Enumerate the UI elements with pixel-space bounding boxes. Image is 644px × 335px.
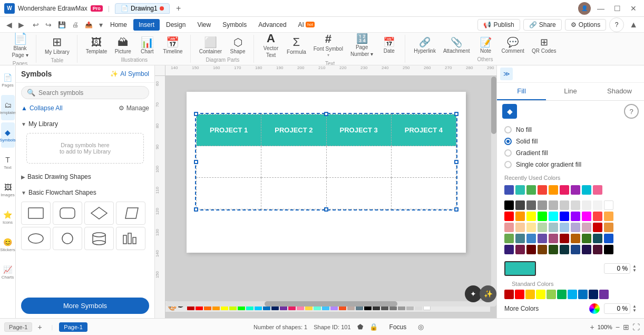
help-btn[interactable]: ? [609,17,624,32]
recent-color-2[interactable] [515,185,525,195]
fullscreen-btn[interactable]: ⛶ [632,323,640,331]
swatch-mid4[interactable] [538,234,547,243]
std-swatch-9[interactable] [589,290,598,299]
swatch-dark-h[interactable] [582,245,591,254]
focus-icon[interactable]: ◎ [418,323,424,331]
sidebar-icons-btn[interactable]: ⭐ Icons [1,205,15,230]
canvas-content[interactable]: PROJECT 1 PROJECT 2 PROJECT 3 PROJECT 4 [165,76,496,318]
selected-color-preview[interactable] [504,261,536,276]
swatch-mid7[interactable] [571,234,580,243]
swatch-dark-c[interactable] [526,245,536,254]
swatch-white[interactable] [604,200,613,210]
std-swatch-1[interactable] [504,290,514,299]
recent-color-1[interactable] [504,185,514,195]
shape-cylinder[interactable] [84,227,114,250]
swatch-cyan[interactable] [549,212,558,221]
toolbar-container[interactable]: ⬜ Container [196,35,225,56]
handle-tl[interactable] [194,112,198,116]
recent-color-6[interactable] [560,185,569,195]
handle-br[interactable] [454,207,458,212]
publish-btn[interactable]: 📢 Publish [477,19,520,31]
menu-home[interactable]: Home [105,19,132,31]
nav-back-btn[interactable]: ◀ [4,20,14,30]
swatch-pastel3[interactable] [526,223,536,232]
my-library-header[interactable]: ▼ My Library [21,118,149,130]
swatch-gray4[interactable] [571,200,580,210]
add-page-btn[interactable]: + [34,322,45,332]
export-btn[interactable]: 📤 [83,20,95,30]
sidebar-charts-btn[interactable]: 📈 Charts [1,260,15,285]
swatch-yellow[interactable] [526,212,536,221]
zoom-out-btn[interactable]: − [616,323,620,331]
undo-btn[interactable]: ↩ [31,20,41,30]
search-input[interactable] [38,89,143,97]
handle-bl[interactable] [194,207,198,212]
user-avatar[interactable]: 👤 [578,2,591,15]
tab-line[interactable]: Line [546,83,595,100]
close-button[interactable]: ✕ [627,4,640,13]
swatch-mid2[interactable] [515,234,525,243]
toolbar-shape[interactable]: ⬡ Shape [226,35,249,56]
toolbar-note[interactable]: 📝 Note [474,36,497,55]
toolbar-blank-page[interactable]: 📄 Blank Page ▾ [8,33,32,60]
toolbar-timeline[interactable]: 📅 Timeline [160,35,186,56]
handle-mr[interactable] [454,160,458,164]
fill-option-no-fill[interactable]: No fill [504,126,637,133]
maximize-button[interactable]: ☐ [611,4,624,13]
swatch-dark-a[interactable] [504,245,514,254]
swatch-lightorange[interactable] [604,212,613,221]
share-btn[interactable]: 🔗 Share [523,19,562,31]
nav-forward-btn[interactable]: ▶ [16,20,26,30]
swatch-pastel8[interactable] [582,223,591,232]
swatch-mid3[interactable] [526,234,536,243]
toolbar-date[interactable]: 📅 Date [377,33,401,60]
more-btn[interactable]: ▾ [97,20,105,30]
minimize-button[interactable]: — [594,4,608,13]
active-page-indicator[interactable]: Page-1 [59,322,87,332]
swatch-orange[interactable] [515,212,525,221]
add-tab-btn[interactable]: + [173,3,184,14]
toolbar-qr-codes[interactable]: ⊞ QR Codes [529,36,560,55]
swatch-pastel5[interactable] [549,223,558,232]
menu-advanced[interactable]: Advanced [253,19,291,31]
fill-option-single-gradient[interactable]: Single color gradient fill [504,161,637,168]
std-swatch-10[interactable] [599,290,609,299]
recent-color-3[interactable] [526,185,536,195]
std-swatch-5[interactable] [547,290,556,299]
swatch-mid10[interactable] [604,234,613,243]
recent-color-4[interactable] [538,185,547,195]
manage-btn[interactable]: ⚙ Manage [119,104,149,112]
shape-circle[interactable] [53,227,82,250]
swatch-mid5[interactable] [549,234,558,243]
std-swatch-3[interactable] [525,290,535,299]
swatch-red[interactable] [504,212,514,221]
recent-color-8[interactable] [582,185,591,195]
menu-symbols[interactable]: Symbols [217,19,252,31]
more-colors-label[interactable]: More Colors [504,305,585,312]
redo-btn[interactable]: ↪ [43,20,54,30]
ai-assist-btn[interactable]: ✨ [480,285,496,302]
swatch-mid8[interactable] [582,234,591,243]
print-btn[interactable]: 🖨 [70,20,81,30]
opacity-down[interactable]: ▼ [632,269,637,273]
swatch-darkorange[interactable] [604,223,613,232]
std-swatch-8[interactable] [578,290,588,299]
handle-bm[interactable] [324,207,328,212]
sidebar-symbols-btn[interactable]: ◆ Symbols [1,122,15,148]
shape-parallelogram[interactable] [116,202,145,225]
recent-color-5[interactable] [549,185,558,195]
expand-panel-btn[interactable]: ≫ [500,68,513,80]
toolbar-chart[interactable]: 📊 Chart [135,35,159,56]
sidebar-text-btn[interactable]: T Text [1,150,15,175]
toolbar-font-symbol[interactable]: # Font Symbol ▾ [310,33,346,60]
opacity-input-2[interactable] [604,303,630,314]
toolbar-formula[interactable]: Σ Formula [284,33,309,60]
shape-bars[interactable] [116,227,145,250]
shape-rect[interactable] [21,202,51,225]
fit-page-btn[interactable]: ⊞ [623,323,629,331]
focus-btn[interactable]: Focus [384,321,412,333]
std-swatch-4[interactable] [536,290,545,299]
menu-design[interactable]: Design [161,19,191,31]
layer-icon[interactable]: ⬟ [357,323,363,331]
fill-active-icon[interactable]: ◆ [502,104,517,119]
